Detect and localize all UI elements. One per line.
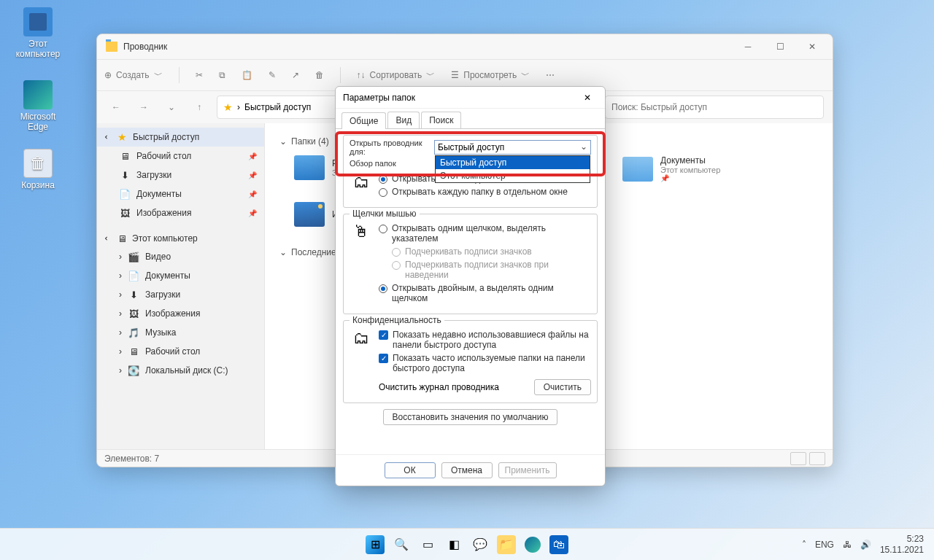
disk-icon: 💽 [128,365,139,376]
taskbar-taskview[interactable]: ▭ [418,535,437,554]
radio-same-window[interactable] [379,175,387,184]
pin-icon: 📌 [248,209,257,217]
privacy-group-label: Конфиденциальность [350,315,444,325]
close-button[interactable]: ✕ [796,36,828,58]
chevron-down-icon: ⌄ [103,133,113,141]
sidebar: ⌄ ★ Быстрый доступ 🖥Рабочий стол📌 ⬇Загру… [97,123,265,449]
dropdown-option-quick[interactable]: Быстрый доступ [436,156,590,169]
dropdown-option-thispc[interactable]: Этот компьютер [436,169,590,182]
desktop-icon: 🖥 [119,150,131,162]
restore-defaults-button[interactable]: Восстановить значения по умолчанию [383,409,558,425]
sidebar-item-downloads[interactable]: ›⬇Загрузки [97,285,264,304]
dialog-close-button[interactable]: ✕ [577,89,598,106]
cut-button[interactable]: ✂ [196,70,203,80]
view-details-button[interactable] [790,452,806,465]
share-button[interactable]: ↗ [292,70,299,80]
documents-icon: 📄 [128,270,139,281]
download-icon: ⬇ [119,169,131,181]
taskbar-search[interactable]: 🔍 [392,535,411,554]
tab-general[interactable]: Общие [341,112,386,129]
radio-new-window[interactable] [379,188,387,197]
taskbar-store[interactable]: 🛍 [549,535,568,554]
back-button[interactable]: ← [106,97,126,117]
sidebar-item-videos[interactable]: ›🎬Видео [97,247,264,266]
sidebar-this-pc[interactable]: ⌄ 🖥 Этот компьютер [97,230,264,247]
desktop-icon-recycle-bin[interactable]: Корзина [10,149,66,190]
titlebar[interactable]: Проводник ─ ☐ ✕ [97,34,833,59]
folder-item[interactable]: И [294,202,339,227]
tray-network-icon[interactable]: 🖧 [843,540,852,550]
sort-button[interactable]: ↑↓ Сортировать ﹀ [357,69,436,82]
documents-icon: 📄 [119,188,131,200]
sidebar-item-desktop[interactable]: 🖥Рабочий стол📌 [97,147,264,166]
sidebar-item-desktop[interactable]: ›🖥Рабочий стол [97,342,264,361]
tray-volume-icon[interactable]: 🔊 [860,540,871,550]
view-icons-button[interactable] [809,452,825,465]
sidebar-item-pictures[interactable]: ›🖼Изображения [97,304,264,323]
folder-options-dialog: Параметры папок ✕ Общие Вид Поиск Открыт… [335,86,606,486]
delete-button[interactable]: 🗑 [315,70,324,80]
taskbar-widgets[interactable]: ◧ [444,535,463,554]
more-button[interactable]: ⋯ [546,70,555,80]
folder-icon [294,155,325,180]
sidebar-item-documents[interactable]: ›📄Документы [97,266,264,285]
radio-underline-always [392,248,401,257]
tray-chevron-icon[interactable]: ˄ [802,540,806,550]
radio-single-click[interactable] [379,225,387,233]
tab-view[interactable]: Вид [387,112,420,128]
desktop-icon-edge[interactable]: Microsoft Edge [10,80,66,132]
pc-icon [23,7,53,36]
chevron-down-icon: ⌄ [279,247,287,257]
sidebar-item-music[interactable]: ›🎵Музыка [97,323,264,342]
chevron-down-icon: ⌄ [103,235,113,242]
pin-icon: 📌 [248,171,257,179]
open-for-combo[interactable]: Быстрый доступ Быстрый доступ Этот компь… [434,140,591,155]
open-for-dropdown: Быстрый доступ Этот компьютер [435,155,590,183]
recent-button[interactable]: ⌄ [161,97,182,117]
up-button[interactable]: ↑ [189,97,209,117]
apply-button[interactable]: Применить [498,462,557,478]
pin-icon: 📌 [248,190,257,198]
taskbar-edge[interactable] [523,535,542,554]
view-button[interactable]: ☰ Просмотреть ﹀ [451,69,530,82]
minimize-button[interactable]: ─ [732,36,764,58]
tray-language[interactable]: ENG [815,540,834,550]
sidebar-quick-access[interactable]: ⌄ ★ Быстрый доступ [97,128,264,147]
desktop-icon: 🖥 [128,346,139,357]
search-input[interactable] [605,96,824,119]
download-icon: ⬇ [128,289,139,300]
pin-icon: 📌 [660,174,720,182]
ok-button[interactable]: ОК [385,462,436,478]
paste-button[interactable]: 📋 [242,70,252,80]
forward-button[interactable]: → [134,97,154,117]
tray-clock[interactable]: 5:23 15.11.2021 [880,534,924,555]
check-frequent-folders[interactable] [379,354,388,363]
dialog-tabs: Общие Вид Поиск [336,109,605,129]
taskbar-chat[interactable]: 💬 [471,535,490,554]
folder-item[interactable]: РЗ [294,155,338,180]
folder-item-documents[interactable]: ДокументыЭтот компьютер📌 [622,155,720,182]
check-recent-files[interactable] [379,330,388,340]
sidebar-item-localdisk[interactable]: ›💽Локальный диск (C:) [97,361,264,380]
sidebar-item-documents[interactable]: 📄Документы📌 [97,184,264,203]
cancel-button[interactable]: Отмена [441,462,493,478]
maximize-button[interactable]: ☐ [764,36,796,58]
desktop-icon-label: Этот компьютер [10,39,66,59]
sidebar-item-pictures[interactable]: 🖼Изображения📌 [97,203,264,222]
sidebar-item-downloads[interactable]: ⬇Загрузки📌 [97,166,264,184]
new-button[interactable]: ⊕ Создать ﹀ [104,69,163,82]
status-text: Элементов: 7 [104,454,159,464]
rename-button[interactable]: ✎ [269,70,276,80]
chevron-right-icon: › [119,346,122,357]
chevron-right-icon: › [119,365,122,376]
desktop-icon-label: Microsoft Edge [10,112,66,132]
taskbar-explorer[interactable]: 📁 [497,535,516,554]
copy-button[interactable]: ⧉ [219,70,225,80]
tab-search[interactable]: Поиск [421,112,461,128]
dialog-titlebar[interactable]: Параметры папок ✕ [336,87,605,109]
radio-double-click[interactable] [379,284,387,293]
video-icon: 🎬 [128,251,139,262]
clear-button[interactable]: Очистить [534,379,591,395]
desktop-icon-this-pc[interactable]: Этот компьютер [10,7,66,59]
start-button[interactable]: ⊞ [366,535,385,554]
